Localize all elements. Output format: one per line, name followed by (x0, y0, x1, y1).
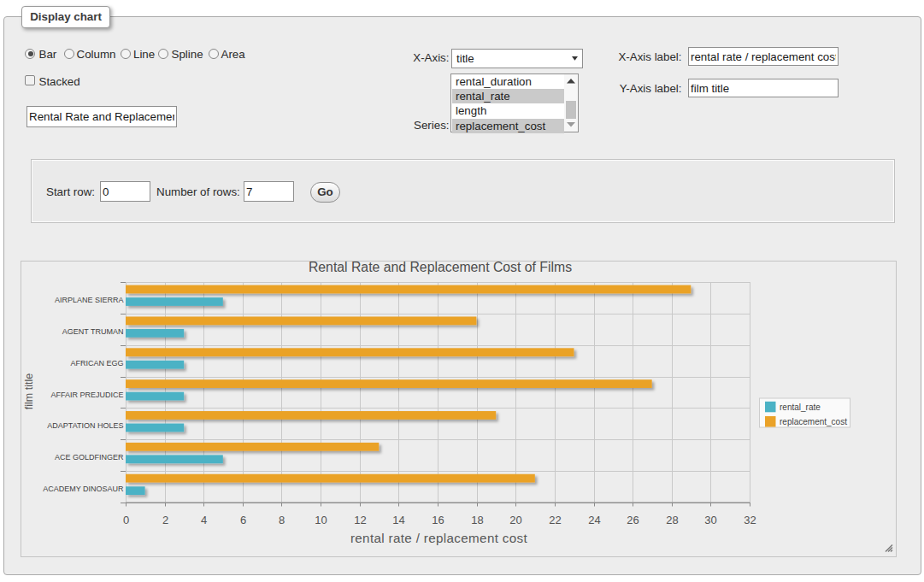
svg-text:6: 6 (240, 514, 246, 526)
svg-text:30: 30 (704, 514, 716, 526)
svg-text:ACADEMY DINOSAUR: ACADEMY DINOSAUR (43, 485, 124, 493)
svg-text:ADAPTATION HOLES: ADAPTATION HOLES (47, 421, 123, 430)
svg-text:28: 28 (666, 514, 678, 526)
svg-text:12: 12 (354, 514, 366, 526)
svg-text:14: 14 (392, 514, 404, 526)
svg-text:0: 0 (123, 514, 129, 526)
svg-text:AIRPLANE SIERRA: AIRPLANE SIERRA (55, 296, 124, 304)
svg-text:film title: film title (23, 373, 35, 409)
svg-text:16: 16 (432, 514, 444, 526)
svg-text:20: 20 (509, 514, 521, 526)
svg-text:2: 2 (162, 514, 168, 526)
svg-text:AGENT TRUMAN: AGENT TRUMAN (62, 327, 124, 336)
svg-text:24: 24 (588, 514, 600, 526)
svg-text:10: 10 (315, 514, 327, 526)
svg-text:26: 26 (627, 514, 639, 526)
svg-text:rental rate / replacement cost: rental rate / replacement cost (350, 531, 528, 545)
svg-text:4: 4 (201, 514, 207, 526)
svg-text:18: 18 (471, 514, 483, 526)
svg-text:rental_rate: rental_rate (780, 403, 821, 412)
svg-text:AFFAIR PREJUDICE: AFFAIR PREJUDICE (50, 391, 123, 399)
svg-text:AFRICAN EGG: AFRICAN EGG (70, 359, 123, 367)
svg-text:Rental Rate and Replacement Co: Rental Rate and Replacement Cost of Film… (309, 262, 572, 274)
svg-text:32: 32 (744, 514, 756, 526)
svg-text:8: 8 (279, 514, 285, 526)
svg-text:ACE GOLDFINGER: ACE GOLDFINGER (55, 453, 124, 461)
svg-text:replacement_cost: replacement_cost (780, 417, 847, 426)
svg-text:22: 22 (549, 514, 561, 526)
